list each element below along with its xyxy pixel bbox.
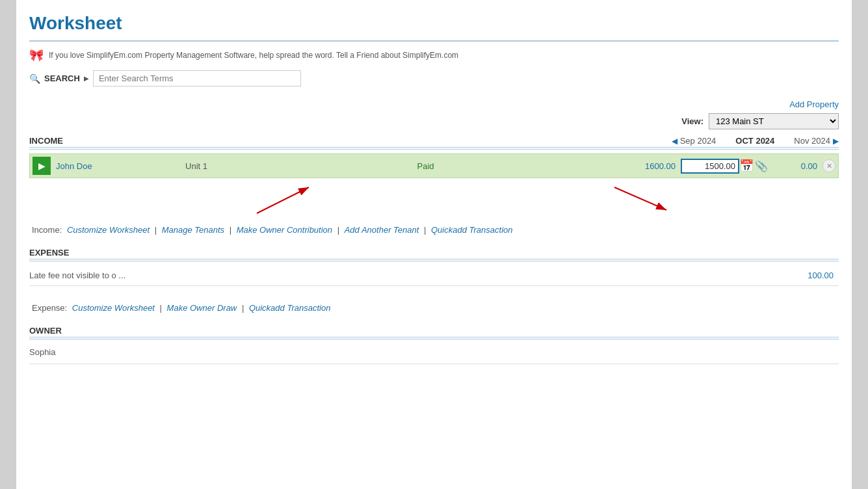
close-button[interactable]: ✕	[822, 159, 835, 172]
unit-name: Unit 1	[157, 161, 235, 171]
owner-row: Sophia	[29, 343, 839, 364]
search-bar: 🔍 SEARCH ▶	[29, 70, 839, 86]
income-header-row: INCOME ◀ Sep 2024 OCT 2024 Nov 2024 ▶	[29, 136, 839, 146]
sep4: |	[424, 225, 428, 235]
expense-title: EXPENSE	[29, 248, 839, 258]
top-right-controls: Add Property View: 123 Main ST	[29, 99, 839, 129]
page-title: Worksheet	[29, 13, 839, 34]
sep1: |	[155, 225, 159, 235]
expense-section-header: EXPENSE	[29, 248, 839, 259]
expense-links: Expense: Customize Worksheet | Make Owne…	[29, 303, 839, 313]
clip-icon[interactable]: 📎	[755, 160, 768, 172]
svg-line-2	[257, 187, 309, 213]
income-divider	[29, 149, 839, 150]
svg-line-3	[614, 187, 666, 210]
owner-divider	[29, 339, 839, 339]
income-customize-link[interactable]: Customize Worksheet	[67, 225, 150, 235]
view-label: View:	[681, 116, 704, 126]
income-quickadd-link[interactable]: Quickadd Transaction	[431, 225, 513, 235]
income-links-label: Income:	[32, 225, 62, 235]
owner-section-header: OWNER	[29, 326, 839, 337]
annotation-arrows	[29, 181, 839, 220]
search-icon: 🔍	[29, 73, 40, 84]
expand-button[interactable]: ▶	[33, 157, 51, 175]
expense-divider	[29, 261, 839, 261]
month-nav: ◀ Sep 2024 OCT 2024 Nov 2024 ▶	[672, 136, 839, 146]
income-add-tenant-link[interactable]: Add Another Tenant	[345, 225, 419, 235]
expense-spacer	[29, 286, 839, 299]
prev-month-arrow[interactable]: ◀	[672, 137, 677, 146]
search-input[interactable]	[93, 70, 301, 86]
top-divider	[29, 40, 839, 42]
search-label: SEARCH	[44, 73, 80, 83]
next-month-link[interactable]: Nov 2024	[794, 136, 830, 146]
income-title: INCOME	[29, 136, 672, 146]
income-section-header: INCOME ◀ Sep 2024 OCT 2024 Nov 2024 ▶	[29, 136, 839, 148]
expense-desc: Late fee not visible to o ...	[29, 271, 774, 280]
income-row: ▶ John Doe Unit 1 Paid 1600.00 📅 📎 0.00 …	[29, 153, 839, 178]
promo-icon: 🎀	[29, 48, 44, 62]
current-month: OCT 2024	[735, 136, 774, 146]
expense-section: EXPENSE Late fee not visible to o ... 10…	[29, 248, 839, 313]
prev-month-link[interactable]: Sep 2024	[680, 136, 717, 146]
annotation-container	[29, 181, 839, 220]
exp-sep1: |	[160, 303, 164, 313]
page-wrapper: Worksheet 🎀 If you love SimplifyEm.com P…	[16, 0, 852, 489]
current-amount-input[interactable]	[681, 159, 739, 174]
owner-name: Sophia	[29, 347, 55, 357]
prev-amount: 1600.00	[616, 161, 681, 171]
prev-month-nav: ◀ Sep 2024	[672, 136, 717, 146]
expense-owner-draw-link[interactable]: Make Owner Draw	[167, 303, 237, 313]
view-select[interactable]: 123 Main ST	[709, 113, 839, 129]
view-row: View: 123 Main ST	[681, 113, 839, 129]
next-month-arrow[interactable]: ▶	[833, 137, 839, 146]
owner-section: OWNER Sophia	[29, 326, 839, 364]
search-expand-arrow[interactable]: ▶	[84, 75, 89, 82]
next-month-nav: Nov 2024 ▶	[794, 136, 839, 146]
owner-title: OWNER	[29, 326, 839, 336]
paid-status: Paid	[235, 161, 616, 171]
promo-bar: 🎀 If you love SimplifyEm.com Property Ma…	[29, 48, 839, 62]
next-amount: 0.00	[770, 161, 822, 171]
expense-quickadd-link[interactable]: Quickadd Transaction	[249, 303, 331, 313]
add-property-link[interactable]: Add Property	[789, 99, 839, 109]
calendar-icon[interactable]: 📅	[739, 159, 754, 173]
expense-customize-link[interactable]: Customize Worksheet	[72, 303, 155, 313]
tenant-name: John Doe	[53, 161, 157, 171]
exp-sep2: |	[242, 303, 246, 313]
income-owner-contribution-link[interactable]: Make Owner Contribution	[237, 225, 332, 235]
sep2: |	[230, 225, 234, 235]
income-manage-tenants-link[interactable]: Manage Tenants	[162, 225, 224, 235]
expense-row: Late fee not visible to o ... 100.00	[29, 265, 839, 286]
income-section: INCOME ◀ Sep 2024 OCT 2024 Nov 2024 ▶ ▶	[29, 136, 839, 235]
promo-text: If you love SimplifyEm.com Property Mana…	[49, 51, 458, 60]
sep3: |	[337, 225, 342, 235]
icon-group: 📅 📎	[739, 159, 768, 173]
expense-links-label: Expense:	[32, 303, 67, 313]
expense-amount: 100.00	[774, 271, 839, 280]
income-links: Income: Customize Worksheet | Manage Ten…	[29, 225, 839, 235]
